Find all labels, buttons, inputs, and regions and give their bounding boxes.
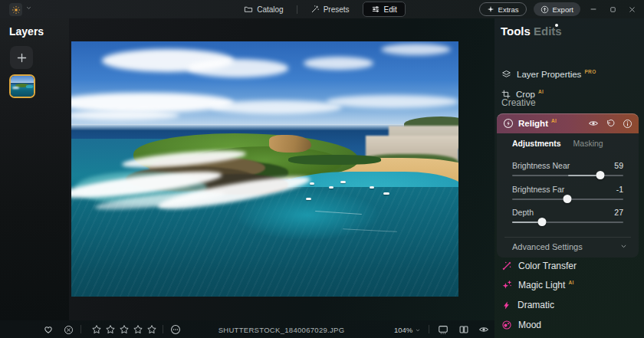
tool-label: Mood xyxy=(518,320,541,330)
photo-cloud xyxy=(211,100,343,114)
tool-color-transfer[interactable]: Color Transfer xyxy=(495,258,644,274)
chevron-down-icon xyxy=(415,327,421,333)
slider-handle[interactable] xyxy=(538,218,547,226)
slider-value: 27 xyxy=(614,208,623,217)
compare-view-button[interactable] xyxy=(458,324,469,335)
photo-boat xyxy=(383,192,389,195)
tab-masking[interactable]: Masking xyxy=(573,139,603,148)
tab-adjustments[interactable]: Adjustments xyxy=(512,139,561,148)
tab-divider xyxy=(297,5,297,14)
maximize-button[interactable] xyxy=(606,3,619,15)
layers-panel: Layers xyxy=(0,18,69,320)
favorite-heart-button[interactable] xyxy=(43,324,54,335)
add-layer-button[interactable] xyxy=(10,46,33,69)
tools-panel: Tools Edits Layer Properties PRO Crop AI… xyxy=(495,18,644,338)
tab-edit-label: Edit xyxy=(384,5,397,14)
visibility-eye-icon[interactable] xyxy=(588,118,599,129)
star-rating-5[interactable] xyxy=(146,324,157,335)
advanced-settings-toggle[interactable]: Advanced Settings xyxy=(512,242,583,251)
tool-label: Magic Light xyxy=(518,280,565,290)
layer-properties-item[interactable]: Layer Properties PRO xyxy=(495,66,644,83)
slider-handle[interactable] xyxy=(563,195,571,203)
titlebar-right: Extras Export xyxy=(479,0,638,18)
layer-properties-label: Layer Properties xyxy=(517,70,581,79)
magic-light-icon xyxy=(501,280,512,290)
layers-panel-title: Layers xyxy=(9,25,44,38)
color-transfer-icon xyxy=(501,261,512,271)
photo-boat xyxy=(310,182,314,185)
preview-eye-button[interactable] xyxy=(478,324,489,335)
star-rating-3[interactable] xyxy=(119,324,130,335)
slider-label: Depth xyxy=(512,208,534,217)
photo-trees xyxy=(288,155,381,165)
titlebar: Catalog Presets Edit Extras Export xyxy=(0,0,644,18)
chevron-down-icon[interactable] xyxy=(619,242,628,251)
info-icon[interactable] xyxy=(623,119,632,129)
slider-label: Brightness Far xyxy=(512,185,564,194)
filename-label: SHUTTERSTOCK_1840067029.JPG xyxy=(219,326,345,334)
slider-value: -1 xyxy=(616,185,623,194)
tab-catalog[interactable]: Catalog xyxy=(238,2,288,16)
tab-presets[interactable]: Presets xyxy=(305,2,355,16)
star-rating-4[interactable] xyxy=(133,324,143,335)
statusbar-divider xyxy=(80,325,81,333)
tab-catalog-label: Catalog xyxy=(257,5,283,14)
relight-tabs: Adjustments Masking xyxy=(512,139,603,148)
edits-notification-dot xyxy=(555,24,558,27)
tab-edit[interactable]: Edit xyxy=(363,2,406,17)
layer-thumbnail-selected[interactable] xyxy=(9,74,35,98)
export-button[interactable]: Export xyxy=(534,2,580,16)
more-options-button[interactable] xyxy=(170,324,181,335)
export-icon xyxy=(540,5,549,14)
plus-icon xyxy=(16,52,28,64)
ai-badge: AI xyxy=(551,118,557,123)
ai-badge: AI xyxy=(538,89,544,94)
star-rating-1[interactable] xyxy=(91,324,102,335)
tab-tools[interactable]: Tools xyxy=(501,25,531,38)
photo-cloud xyxy=(188,59,288,77)
lightning-bolt-icon xyxy=(501,300,511,310)
mood-orb-icon xyxy=(501,320,512,330)
export-label: Export xyxy=(553,5,573,14)
tool-label: Color Transfer xyxy=(518,261,577,271)
brightness-far-slider[interactable]: Brightness Far -1 xyxy=(512,185,623,208)
brightness-near-slider[interactable]: Brightness Near 59 xyxy=(512,161,623,184)
image-canvas[interactable] xyxy=(71,41,458,297)
folder-icon xyxy=(244,5,253,14)
reset-undo-icon[interactable] xyxy=(606,119,616,129)
close-button[interactable] xyxy=(626,3,638,15)
zoom-level-value: 104% xyxy=(394,326,412,334)
ai-badge: AI xyxy=(568,280,573,285)
sparkle-icon xyxy=(487,5,495,13)
relight-title: Relight xyxy=(518,119,548,128)
depth-slider[interactable]: Depth 27 xyxy=(512,208,623,231)
relight-header-actions xyxy=(588,113,632,133)
tool-mood[interactable]: Mood xyxy=(495,317,644,333)
slider-label: Brightness Near xyxy=(512,161,570,170)
statusbar: SHUTTERSTOCK_1840067029.JPG 104% xyxy=(0,320,495,338)
extras-button[interactable]: Extras xyxy=(479,2,527,16)
photo-boat xyxy=(306,198,311,200)
reject-button[interactable] xyxy=(63,324,74,335)
magic-wand-icon xyxy=(310,5,320,14)
extras-label: Extras xyxy=(498,5,519,14)
minimize-button[interactable] xyxy=(587,3,600,15)
sliders-icon xyxy=(371,5,380,14)
layers-icon xyxy=(501,70,511,80)
creative-section-label: Creative xyxy=(501,97,536,108)
star-rating-2[interactable] xyxy=(105,324,116,335)
tool-dramatic[interactable]: Dramatic xyxy=(495,297,644,313)
tool-magic-light[interactable]: Magic Light AI xyxy=(495,277,644,294)
relight-header[interactable]: Relight AI xyxy=(497,113,639,133)
photo-cloud xyxy=(327,95,458,108)
zoom-level-dropdown[interactable]: 104% xyxy=(394,326,421,334)
relight-panel: Relight AI Adjustments Masking Brightnes… xyxy=(497,113,639,258)
filmstrip-view-button[interactable] xyxy=(438,324,449,335)
photo-boat xyxy=(370,186,374,189)
panel-divider xyxy=(504,237,631,238)
photo-boat xyxy=(329,186,334,189)
tool-label: Dramatic xyxy=(518,300,554,310)
statusbar-divider xyxy=(163,325,163,333)
statusbar-divider xyxy=(429,325,429,333)
slider-handle[interactable] xyxy=(596,171,605,179)
